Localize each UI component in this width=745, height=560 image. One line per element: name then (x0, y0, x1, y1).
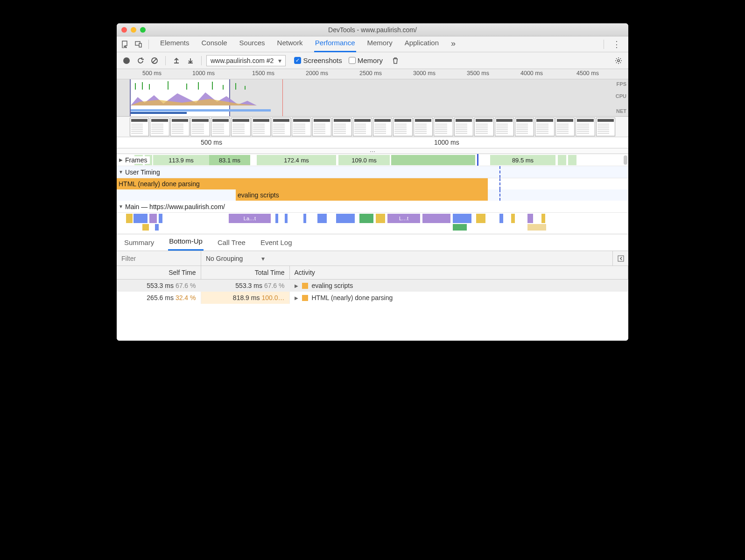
main-row-header[interactable]: ▼ Main — https://www.paulirish.com/ (117, 201, 628, 213)
flame-slice[interactable] (275, 214, 278, 223)
screenshot-thumb[interactable] (535, 118, 554, 136)
screenshot-thumb[interactable] (393, 118, 412, 136)
flame-slice[interactable] (285, 214, 288, 223)
frame-block[interactable]: 89.5 ms (490, 155, 555, 165)
memory-checkbox[interactable] (349, 57, 356, 64)
user-timing-row[interactable]: ▼ User Timing (117, 166, 628, 178)
flame-slice[interactable] (303, 214, 306, 223)
screenshots-checkbox[interactable]: ✓ (294, 57, 301, 64)
screenshot-thumb[interactable] (252, 118, 271, 136)
scrollbar-thumb[interactable] (624, 155, 627, 165)
col-self-time[interactable]: Self Time (117, 266, 201, 280)
flame-slice[interactable] (499, 214, 503, 223)
flame-slice[interactable] (527, 214, 533, 223)
flame-slice[interactable]: La…t (229, 214, 271, 223)
flame-slice[interactable] (126, 214, 133, 223)
screenshot-thumb[interactable] (596, 118, 615, 136)
tab-network[interactable]: Network (276, 36, 304, 52)
flame-slice[interactable] (422, 214, 450, 223)
screenshot-thumb[interactable] (211, 118, 230, 136)
screenshot-thumb[interactable] (495, 118, 514, 136)
screenshot-filmstrip[interactable] (117, 117, 628, 137)
col-total-time[interactable]: Total Time (201, 266, 289, 280)
frame-block[interactable] (391, 155, 475, 165)
inspect-icon[interactable] (119, 38, 132, 50)
screenshot-thumb[interactable] (312, 118, 331, 136)
tab-application[interactable]: Application (404, 36, 440, 52)
tab-memory[interactable]: Memory (366, 36, 394, 52)
recording-select[interactable]: www.paulirish.com #2 ▾ (206, 55, 286, 66)
frame-block[interactable]: 172.4 ms (257, 155, 336, 165)
screenshot-thumb[interactable] (434, 118, 453, 136)
screenshot-thumb[interactable] (576, 118, 595, 136)
flame-slice[interactable] (149, 214, 157, 223)
reload-record-button[interactable] (134, 55, 147, 67)
screenshot-thumb[interactable] (150, 118, 169, 136)
tab-console[interactable]: Console (201, 36, 228, 52)
garbage-collect-icon[interactable] (389, 55, 401, 67)
tab-summary[interactable]: Summary (123, 236, 155, 251)
screenshot-thumb[interactable] (414, 118, 433, 136)
flame-slice[interactable] (541, 214, 545, 223)
save-profile-icon[interactable] (184, 55, 197, 67)
screenshot-thumb[interactable] (272, 118, 291, 136)
filter-input[interactable] (117, 251, 201, 266)
flame-slice[interactable] (376, 214, 385, 223)
flame-slice[interactable] (527, 224, 546, 231)
more-menu-icon[interactable]: ⋮ (608, 39, 626, 49)
screenshot-thumb[interactable] (474, 118, 493, 136)
screenshot-thumb[interactable] (130, 118, 149, 136)
record-button[interactable] (120, 55, 133, 67)
tab-sources[interactable]: Sources (239, 36, 266, 52)
tab-elements[interactable]: Elements (159, 36, 190, 52)
screenshot-thumb[interactable] (373, 118, 392, 136)
tab-performance[interactable]: Performance (314, 36, 356, 52)
screenshot-thumb[interactable] (454, 118, 473, 136)
table-row[interactable]: 265.6 ms32.4 % 818.9 ms100.0… ▶HTML (nea… (117, 292, 628, 304)
frame-block[interactable]: 113.9 ms (153, 155, 209, 165)
overview-pane[interactable]: FPS CPU NET (117, 79, 628, 117)
tab-bottom-up[interactable]: Bottom-Up (168, 234, 204, 251)
grouping-select[interactable]: No Grouping ▾ (201, 251, 269, 266)
screenshot-thumb[interactable] (292, 118, 311, 136)
frame-block[interactable] (568, 155, 576, 165)
flame-slice[interactable] (159, 214, 162, 223)
frames-row[interactable]: 113.9 ms 83.1 ms 172.4 ms 109.0 ms 89.5 … (117, 154, 628, 166)
table-row[interactable]: 553.3 ms67.6 % 553.3 ms67.6 % ▶evaling s… (117, 280, 628, 292)
flame-slice[interactable] (511, 214, 515, 223)
detail-ruler[interactable]: 500 ms 1000 ms (117, 137, 628, 148)
load-profile-icon[interactable] (170, 55, 183, 67)
flame-slice[interactable] (134, 214, 148, 223)
user-timing-bar[interactable]: evaling scripts (236, 189, 488, 201)
tab-overflow-icon[interactable]: » (450, 36, 457, 52)
overview-ruler[interactable]: 500 ms 1000 ms 1500 ms 2000 ms 2500 ms 3… (117, 69, 628, 79)
flame-slice[interactable] (336, 214, 355, 223)
screenshot-thumb[interactable] (231, 118, 250, 136)
screenshot-thumb[interactable] (515, 118, 534, 136)
screenshot-thumb[interactable] (353, 118, 372, 136)
expand-arrow-icon[interactable]: ▶ (295, 283, 298, 288)
screenshot-thumb[interactable] (170, 118, 190, 136)
flame-slice[interactable] (142, 224, 149, 231)
flame-slice[interactable] (359, 214, 373, 223)
screenshot-thumb[interactable] (332, 118, 351, 136)
screenshot-thumb[interactable] (555, 118, 575, 136)
flame-slice[interactable] (453, 224, 467, 231)
frame-block[interactable]: 83.1 ms (209, 155, 250, 165)
collapse-pane-icon[interactable] (612, 251, 628, 266)
tab-call-tree[interactable]: Call Tree (217, 236, 246, 251)
clear-button[interactable] (148, 55, 161, 67)
flame-slice[interactable] (453, 214, 471, 223)
flame-slice[interactable] (317, 214, 327, 223)
tab-event-log[interactable]: Event Log (260, 236, 293, 251)
flame-slice[interactable] (476, 214, 485, 223)
expand-arrow-icon[interactable]: ▶ (295, 295, 298, 301)
capture-settings-icon[interactable] (612, 55, 625, 67)
main-flamechart[interactable]: La…t L…t (117, 213, 628, 234)
flame-slice[interactable] (155, 224, 159, 231)
flame-slice[interactable]: L…t (387, 214, 420, 223)
col-activity[interactable]: Activity (289, 266, 628, 280)
user-timing-bar[interactable]: HTML (nearly) done parsing (117, 178, 488, 189)
frame-block[interactable]: 109.0 ms (338, 155, 390, 165)
screenshot-thumb[interactable] (190, 118, 210, 136)
